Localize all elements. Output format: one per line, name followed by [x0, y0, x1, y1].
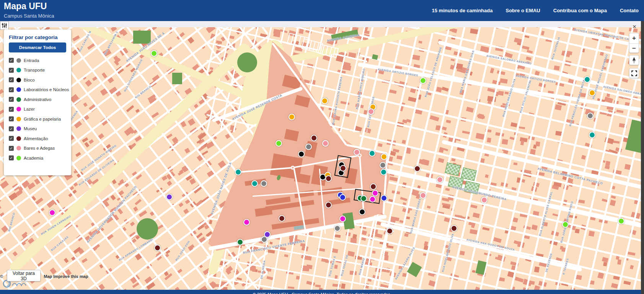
category-label: Entrada [24, 58, 39, 63]
map-marker-entrada[interactable] [334, 225, 341, 232]
map-marker-entrada[interactable] [261, 180, 267, 187]
nav-item-2[interactable]: Sobre o EMAU [505, 8, 540, 13]
category-checkbox-academia[interactable]: ✓ [9, 155, 14, 160]
map-marker-grafica[interactable] [289, 114, 295, 120]
map-marker-bares[interactable] [322, 140, 329, 147]
park [133, 31, 151, 44]
map-marker-alimentacao[interactable] [451, 225, 457, 232]
improve-map-link[interactable]: Improve this map [53, 274, 88, 279]
campus-building [284, 129, 299, 142]
category-checkbox-bloco[interactable]: ✓ [9, 77, 14, 82]
category-color-dot [16, 87, 21, 92]
category-checkbox-laboratorios[interactable]: ✓ [9, 87, 14, 92]
map-marker-bares[interactable] [354, 149, 360, 155]
category-checkbox-museu[interactable]: ✓ [9, 126, 14, 131]
sliders-icon [2, 23, 7, 28]
map-marker-grafica[interactable] [589, 90, 595, 96]
map-marker-alimentacao[interactable] [311, 135, 317, 141]
map-marker-alimentacao[interactable] [279, 215, 285, 222]
category-checkbox-bares[interactable]: ✓ [9, 146, 14, 151]
map-marker-transporte[interactable] [251, 180, 258, 187]
category-checkbox-grafica[interactable]: ✓ [9, 116, 14, 121]
zoom-out-button[interactable]: − [629, 44, 639, 54]
category-row-bloco: ✓Bloco [4, 75, 71, 85]
category-row-academia: ✓Academia [4, 153, 71, 163]
map-marker-lazer[interactable] [49, 209, 55, 216]
campus-building [295, 95, 310, 108]
filter-panel: Filtrar por categoria Desmarcar Todos ✓E… [4, 29, 71, 175]
category-checkbox-administrativo[interactable]: ✓ [9, 97, 14, 102]
nav-item-4[interactable]: Contato [620, 8, 639, 13]
nav-item-1[interactable]: 15 minutos de caminhada [432, 8, 493, 13]
main-nav: 15 minutos de caminhadaSobre o EMAUContr… [432, 0, 639, 21]
map-marker-academia[interactable] [618, 218, 624, 224]
attribution-text: Map [44, 274, 52, 279]
map-marker-lazer[interactable] [369, 196, 376, 203]
map-marker-bloco[interactable] [359, 209, 365, 215]
map-marker-lazer[interactable] [243, 219, 250, 225]
deselect-all-button[interactable]: Desmarcar Todos [9, 42, 66, 52]
map-marker-transporte[interactable] [369, 150, 375, 157]
map-marker-entrada[interactable] [380, 162, 386, 168]
map-marker-alimentacao[interactable] [414, 165, 421, 172]
map-marker-academia[interactable] [276, 140, 282, 147]
category-color-dot [16, 156, 21, 160]
category-checkbox-transporte[interactable]: ✓ [9, 68, 14, 73]
filter-toggle-button[interactable] [0, 21, 9, 30]
map-marker-entrada[interactable] [305, 144, 312, 150]
map-marker-museu[interactable] [264, 231, 271, 238]
map-marker-laboratorios[interactable] [339, 194, 346, 201]
map-marker-grafica[interactable] [381, 154, 387, 160]
map-marker-bares[interactable] [481, 197, 487, 203]
compass-button[interactable] [629, 55, 639, 65]
map-marker-bares[interactable] [420, 192, 426, 199]
category-checkbox-entrada[interactable]: ✓ [9, 58, 14, 63]
map-marker-administrativo[interactable] [237, 239, 243, 245]
category-row-bares: ✓Bares e Adegas [4, 144, 71, 154]
map-marker-grafica[interactable] [321, 98, 328, 104]
nav-item-3[interactable]: Contribua com o Mapa [553, 8, 607, 13]
footer-text: © 2025 Mapa UFU - Campus Santa Mônica. T… [253, 292, 391, 294]
map-marker-bloco[interactable] [298, 151, 305, 157]
back-to-3d-button[interactable]: Voltar para 3D [7, 270, 41, 281]
map-marker-academia[interactable] [151, 50, 157, 57]
zoom-in-button[interactable]: + [629, 33, 639, 44]
category-row-lazer: ✓Lazer [4, 105, 71, 114]
category-checkbox-lazer[interactable]: ✓ [9, 107, 14, 112]
map-marker-bares[interactable] [368, 108, 374, 115]
category-color-dot [16, 117, 21, 121]
map-marker-alimentacao[interactable] [386, 228, 393, 234]
map-marker-alimentacao[interactable] [340, 165, 346, 172]
map-marker-laboratorios[interactable] [381, 195, 387, 201]
app-footer: © 2025 Mapa UFU - Campus Santa Mônica. T… [0, 290, 644, 294]
park [237, 52, 257, 72]
map-marker-museu[interactable] [166, 194, 173, 200]
category-row-transporte: ✓Transporte [4, 65, 71, 75]
map-marker-academia[interactable] [420, 77, 426, 84]
attribution-copyright: © [0, 274, 3, 279]
compass-needle-icon [632, 57, 636, 64]
vertical-scrollbar[interactable] [641, 21, 644, 294]
app-subtitle: Campus Santa Mônica [4, 13, 54, 19]
map-marker-transporte[interactable] [589, 132, 595, 138]
map-marker-transporte[interactable] [584, 76, 590, 83]
map-marker-alimentacao[interactable] [325, 175, 332, 182]
map-canvas[interactable]: RUA CARLOS MRUA BENJAMIM CAVENIDA JOÃO N… [0, 27, 644, 290]
category-checkbox-alimentacao[interactable]: ✓ [9, 136, 14, 141]
map-marker-alimentacao[interactable] [154, 245, 161, 251]
map-marker-transporte[interactable] [235, 169, 241, 175]
map-marker-lazer[interactable] [339, 216, 346, 222]
map-marker-entrada[interactable] [587, 113, 593, 119]
category-row-entrada: ✓Entrada [4, 56, 71, 65]
park [172, 73, 182, 84]
map-marker-alimentacao[interactable] [370, 183, 377, 190]
map-marker-administrativo[interactable] [360, 195, 367, 202]
map-marker-lazer[interactable] [372, 190, 378, 196]
map-marker-bares[interactable] [437, 176, 443, 183]
fullscreen-button[interactable] [629, 68, 639, 78]
map-marker-alimentacao[interactable] [325, 202, 332, 208]
close-icon[interactable]: × [631, 23, 638, 31]
category-color-dot [16, 58, 21, 63]
map-marker-transporte[interactable] [380, 169, 387, 175]
map-marker-academia[interactable] [562, 221, 569, 228]
